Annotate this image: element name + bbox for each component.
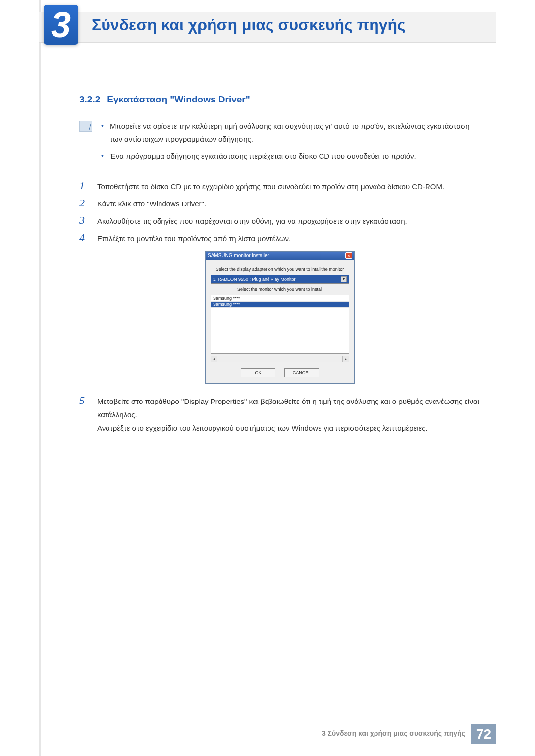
- step-list: 1 Τοποθετήστε το δίσκο CD με το εγχειρίδ…: [79, 179, 481, 245]
- subsection-heading: 3.2.2 Εγκατάσταση "Windows Driver": [79, 94, 481, 105]
- step-number: 2: [79, 196, 88, 210]
- installer-title: SAMSUNG monitor installer: [208, 253, 269, 258]
- installer-titlebar: SAMSUNG monitor installer ×: [206, 252, 354, 260]
- step-text: Ακολουθήστε τις οδηγίες που παρέχονται σ…: [97, 213, 407, 228]
- list-item[interactable]: Samsung ****: [211, 302, 349, 308]
- note-block: Μπορείτε να ορίσετε την καλύτερη τιμή αν…: [79, 120, 481, 167]
- step-text: Κάντε κλικ στο "Windows Driver".: [97, 196, 206, 210]
- adapter-dropdown[interactable]: 1. RADEON 9550 : Plug and Play Monitor ▾: [211, 275, 349, 284]
- left-margin-stripe: [39, 0, 41, 756]
- step: 3 Ακολουθήστε τις οδηγίες που παρέχονται…: [79, 213, 481, 228]
- monitor-listbox[interactable]: Samsung **** Samsung ****: [211, 295, 349, 354]
- note-item: Μπορείτε να ορίσετε την καλύτερη τιμή αν…: [101, 120, 481, 146]
- installer-screenshot: SAMSUNG monitor installer × Select the d…: [205, 251, 355, 384]
- chapter-number-badge: 3: [44, 5, 78, 45]
- step-number: 3: [79, 213, 88, 228]
- cancel-button[interactable]: CANCEL: [284, 368, 319, 377]
- list-item[interactable]: Samsung ****: [211, 295, 349, 302]
- installer-body: Select the display adapter on which you …: [206, 260, 354, 383]
- note-icon: [79, 121, 92, 132]
- step: 2 Κάντε κλικ στο "Windows Driver".: [79, 196, 481, 210]
- step-number: 4: [79, 231, 88, 245]
- chevron-down-icon[interactable]: ▾: [341, 276, 347, 282]
- step-list-continued: 5 Μεταβείτε στο παράθυρο "Display Proper…: [79, 394, 481, 435]
- horizontal-scrollbar[interactable]: ◂ ▸: [211, 356, 349, 362]
- footer: 3 Σύνδεση και χρήση μιας συσκευής πηγής …: [316, 724, 496, 744]
- subsection-number: 3.2.2: [79, 94, 100, 105]
- step: 4 Επιλέξτε το μοντέλο του προϊόντος από …: [79, 231, 481, 245]
- step-text-extra: Ανατρέξτε στο εγχειρίδιο του λειτουργικο…: [97, 424, 428, 432]
- step-text-line: Μεταβείτε στο παράθυρο "Display Properti…: [97, 397, 479, 419]
- step: 5 Μεταβείτε στο παράθυρο "Display Proper…: [79, 394, 481, 435]
- content-area: 3.2.2 Εγκατάσταση "Windows Driver" Μπορε…: [79, 94, 481, 438]
- adapter-dropdown-value: 1. RADEON 9550 : Plug and Play Monitor: [213, 277, 296, 282]
- step-text: Μεταβείτε στο παράθυρο "Display Properti…: [97, 394, 481, 435]
- step-text: Επιλέξτε το μοντέλο του προϊόντος από τη…: [97, 231, 291, 245]
- installer-button-row: OK CANCEL: [211, 368, 349, 377]
- note-item: Ένα πρόγραμμα οδήγησης εγκατάστασης περι…: [101, 150, 481, 163]
- step-number: 1: [79, 179, 88, 193]
- step-text: Τοποθετήστε το δίσκο CD με το εγχειρίδιο…: [97, 179, 444, 193]
- installer-adapter-label: Select the display adapter on which you …: [211, 267, 349, 272]
- subsection-title: Εγκατάσταση "Windows Driver": [107, 94, 250, 105]
- close-icon[interactable]: ×: [345, 252, 352, 259]
- note-list: Μπορείτε να ορίσετε την καλύτερη τιμή αν…: [101, 120, 481, 167]
- installer-window: SAMSUNG monitor installer × Select the d…: [205, 251, 355, 384]
- step-number: 5: [79, 394, 88, 435]
- page-number: 72: [471, 724, 496, 744]
- page: 3 Σύνδεση και χρήση μιας συσκευής πηγής …: [0, 0, 535, 756]
- step: 1 Τοποθετήστε το δίσκο CD με το εγχειρίδ…: [79, 179, 481, 193]
- scroll-track[interactable]: [217, 356, 342, 362]
- chapter-title: Σύνδεση και χρήση μιας συσκευής πηγής: [92, 16, 406, 34]
- scroll-right-icon[interactable]: ▸: [342, 356, 349, 362]
- scroll-left-icon[interactable]: ◂: [211, 356, 217, 362]
- installer-monitor-label: Select the monitor which you want to ins…: [211, 287, 349, 292]
- footer-chapter-title: 3 Σύνδεση και χρήση μιας συσκευής πηγής: [316, 724, 471, 744]
- ok-button[interactable]: OK: [241, 368, 275, 377]
